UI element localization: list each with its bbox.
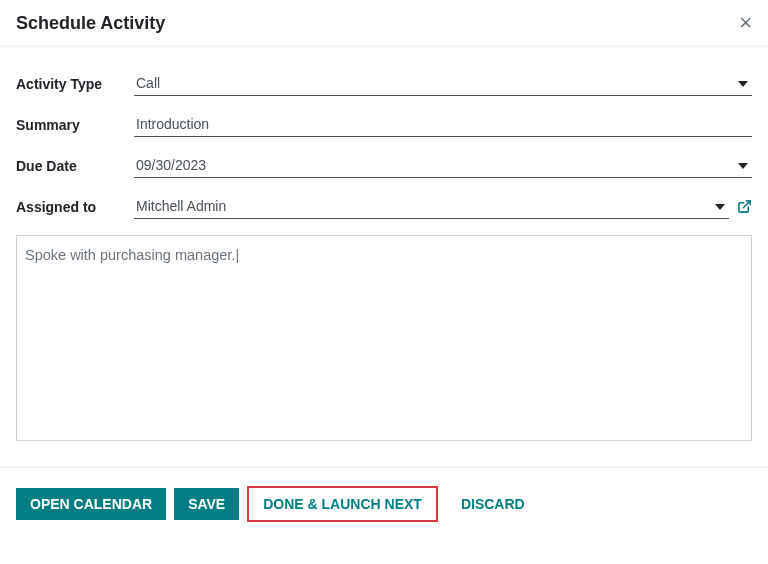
svg-line-0 xyxy=(743,201,750,208)
assigned-to-label: Assigned to xyxy=(16,199,134,215)
modal-header: Schedule Activity × xyxy=(0,0,768,47)
discard-button[interactable]: Discard xyxy=(446,487,540,521)
assigned-to-row: Assigned to Mitchell Admin xyxy=(16,194,752,219)
summary-field-wrap xyxy=(134,112,752,137)
notes-textarea[interactable]: Spoke with purchasing manager. xyxy=(16,235,752,441)
assigned-to-field-wrap: Mitchell Admin xyxy=(134,194,752,219)
activity-type-field-wrap: Call xyxy=(134,71,752,96)
summary-row: Summary xyxy=(16,112,752,137)
due-date-row: Due Date 09/30/2023 xyxy=(16,153,752,178)
schedule-activity-modal: Schedule Activity × Activity Type Call S… xyxy=(0,0,768,564)
modal-title: Schedule Activity xyxy=(16,13,165,34)
close-button[interactable]: × xyxy=(739,12,752,34)
due-date-input[interactable]: 09/30/2023 xyxy=(134,153,752,178)
done-launch-next-button[interactable]: Done & Launch Next xyxy=(247,486,438,522)
assigned-to-select[interactable]: Mitchell Admin xyxy=(134,194,729,219)
modal-footer: Open Calendar Save Done & Launch Next Di… xyxy=(0,467,768,540)
due-date-field-wrap: 09/30/2023 xyxy=(134,153,752,178)
activity-type-label: Activity Type xyxy=(16,76,134,92)
activity-type-row: Activity Type Call xyxy=(16,71,752,96)
modal-body: Activity Type Call Summary Due Date 09/3… xyxy=(0,47,768,467)
open-calendar-button[interactable]: Open Calendar xyxy=(16,488,166,520)
activity-type-select[interactable]: Call xyxy=(134,71,752,96)
summary-label: Summary xyxy=(16,117,134,133)
due-date-label: Due Date xyxy=(16,158,134,174)
summary-input[interactable] xyxy=(134,112,752,137)
save-button[interactable]: Save xyxy=(174,488,239,520)
close-icon: × xyxy=(739,10,752,35)
external-link-icon[interactable] xyxy=(737,199,752,214)
